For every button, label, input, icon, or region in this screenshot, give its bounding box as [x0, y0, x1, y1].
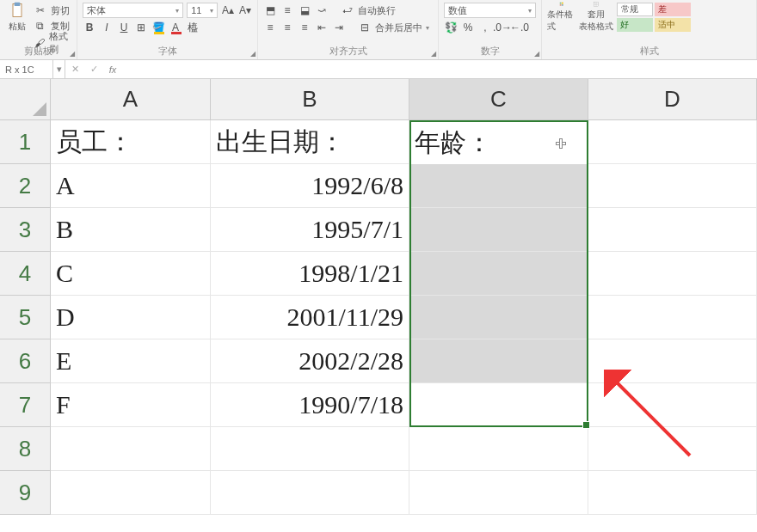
style-good[interactable]: 好: [617, 18, 653, 32]
cell-B2[interactable]: 1992/6/8: [211, 164, 409, 208]
chevron-down-icon: ▾: [528, 7, 532, 15]
column-header-C[interactable]: C: [409, 79, 588, 120]
ribbon-group-alignment: ⬒ ≡ ⬓ ⤻ ⮐ 自动换行 ≡ ≡ ≡ ⇤ ⇥ ⊟ 合并后居中 ▾ ◢ 对齐方…: [258, 0, 439, 59]
cell-C3[interactable]: [409, 208, 588, 252]
row-header-1[interactable]: 1: [0, 120, 51, 164]
column-header-B[interactable]: B: [211, 79, 409, 120]
row-header-6[interactable]: 6: [0, 339, 51, 383]
style-neutral[interactable]: 适中: [655, 18, 691, 32]
row-header-5[interactable]: 5: [0, 296, 51, 339]
cond-format-label: 条件格式: [547, 9, 576, 33]
font-color-button[interactable]: A: [169, 21, 182, 34]
cell-A5[interactable]: D: [51, 296, 211, 339]
row-header-2[interactable]: 2: [0, 164, 51, 208]
select-all-corner[interactable]: [0, 79, 51, 120]
percent-button[interactable]: %: [461, 21, 475, 34]
underline-button[interactable]: U: [117, 21, 131, 34]
increase-decimal-button[interactable]: .0→: [495, 21, 509, 34]
cell-B7[interactable]: 1990/7/18: [211, 383, 409, 427]
align-left-button[interactable]: ≡: [263, 21, 277, 34]
cell-A4[interactable]: C: [51, 252, 211, 296]
cancel-formula-button[interactable]: ✕: [65, 60, 84, 78]
name-box[interactable]: R x 1C: [0, 60, 53, 78]
row-header-9[interactable]: 9: [0, 471, 51, 515]
row-header-7[interactable]: 7: [0, 383, 51, 427]
cell-C5[interactable]: [409, 296, 588, 339]
wrap-text-button[interactable]: ⮐: [341, 3, 354, 17]
cell-A2[interactable]: A: [51, 164, 211, 208]
table-format-button[interactable]: 套用 表格格式: [582, 2, 611, 33]
paste-button[interactable]: 粘贴: [5, 2, 30, 33]
font-name-value: 宋体: [87, 4, 106, 17]
cell-D2[interactable]: [588, 164, 757, 208]
row-header-4[interactable]: 4: [0, 252, 51, 296]
cell-C7[interactable]: [409, 383, 588, 427]
ribbon-group-font: 宋体▾ 11▾ A▴ A▾ B I U ⊞ 🪣 A 橀 ◢ 字体: [77, 0, 258, 59]
cell-C4[interactable]: [409, 252, 588, 296]
cell-D6[interactable]: [588, 339, 757, 383]
cell-B9[interactable]: [211, 471, 409, 515]
increase-font-button[interactable]: A▴: [221, 3, 235, 17]
cell-B6[interactable]: 2002/2/28: [211, 339, 409, 383]
cell-D9[interactable]: [588, 471, 757, 515]
table-icon: [587, 2, 606, 7]
spreadsheet: A B C D 1 2 3 4 5 6 7 8 9 员工： 出生日期：: [0, 79, 757, 515]
align-middle-button[interactable]: ≡: [280, 3, 294, 17]
cut-button[interactable]: ✂ 剪切: [34, 3, 71, 17]
cell-B3[interactable]: 1995/7/1: [211, 208, 409, 252]
cell-D1[interactable]: [588, 120, 757, 164]
cell-B8[interactable]: [211, 427, 409, 471]
phonetic-button[interactable]: 橀: [186, 21, 200, 34]
decrease-indent-button[interactable]: ⇤: [315, 21, 329, 34]
italic-button[interactable]: I: [100, 21, 114, 34]
column-header-D[interactable]: D: [588, 79, 757, 120]
cell-B5[interactable]: 2001/11/29: [211, 296, 409, 339]
cell-D5[interactable]: [588, 296, 757, 339]
align-bottom-button[interactable]: ⬓: [298, 3, 311, 17]
cell-D8[interactable]: [588, 427, 757, 471]
chevron-down-icon: ▾: [210, 7, 213, 15]
cell-D3[interactable]: [588, 208, 757, 252]
cell-B4[interactable]: 1998/1/21: [211, 252, 409, 296]
currency-button[interactable]: 💱: [444, 21, 458, 34]
cell-B1[interactable]: 出生日期：: [211, 120, 409, 164]
fill-color-button[interactable]: 🪣: [151, 21, 165, 34]
rotate-text-button[interactable]: ⤻: [315, 3, 329, 17]
cell-C2[interactable]: [409, 164, 588, 208]
cell-A3[interactable]: B: [51, 208, 211, 252]
align-center-button[interactable]: ≡: [280, 21, 294, 34]
merge-cells-button[interactable]: ⊟: [358, 21, 372, 34]
name-box-dropdown[interactable]: ▾: [53, 60, 65, 78]
cell-C6[interactable]: [409, 339, 588, 383]
align-top-button[interactable]: ⬒: [263, 3, 277, 17]
cell-D7[interactable]: [588, 383, 757, 427]
cell-A6[interactable]: E: [51, 339, 211, 383]
style-bad[interactable]: 差: [655, 3, 691, 16]
conditional-format-button[interactable]: 条件格式: [547, 2, 576, 33]
cell-A8[interactable]: [51, 427, 211, 471]
fx-button[interactable]: fx: [103, 60, 122, 78]
column-header-A[interactable]: A: [51, 79, 211, 120]
increase-indent-button[interactable]: ⇥: [332, 21, 346, 34]
comma-button[interactable]: ,: [478, 21, 492, 34]
cell-A9[interactable]: [51, 471, 211, 515]
group-label-alignment: 对齐方式: [258, 45, 438, 59]
cell-A1[interactable]: 员工：: [51, 120, 211, 164]
decrease-font-button[interactable]: A▾: [238, 3, 252, 17]
decrease-decimal-button[interactable]: ←.0: [513, 21, 526, 34]
font-size-select[interactable]: 11▾: [187, 3, 218, 18]
cut-icon: ✂: [34, 3, 47, 17]
cell-C8[interactable]: [409, 427, 588, 471]
font-name-select[interactable]: 宋体▾: [83, 3, 183, 18]
cell-D4[interactable]: [588, 252, 757, 296]
cell-A7[interactable]: F: [51, 383, 211, 427]
cell-C9[interactable]: [409, 471, 588, 515]
row-header-8[interactable]: 8: [0, 427, 51, 471]
borders-button[interactable]: ⊞: [134, 21, 148, 34]
row-header-3[interactable]: 3: [0, 208, 51, 252]
bold-button[interactable]: B: [83, 21, 96, 34]
style-normal[interactable]: 常规: [617, 3, 653, 16]
number-format-select[interactable]: 数值▾: [444, 3, 536, 18]
align-right-button[interactable]: ≡: [298, 21, 311, 34]
accept-formula-button[interactable]: ✓: [84, 60, 103, 78]
